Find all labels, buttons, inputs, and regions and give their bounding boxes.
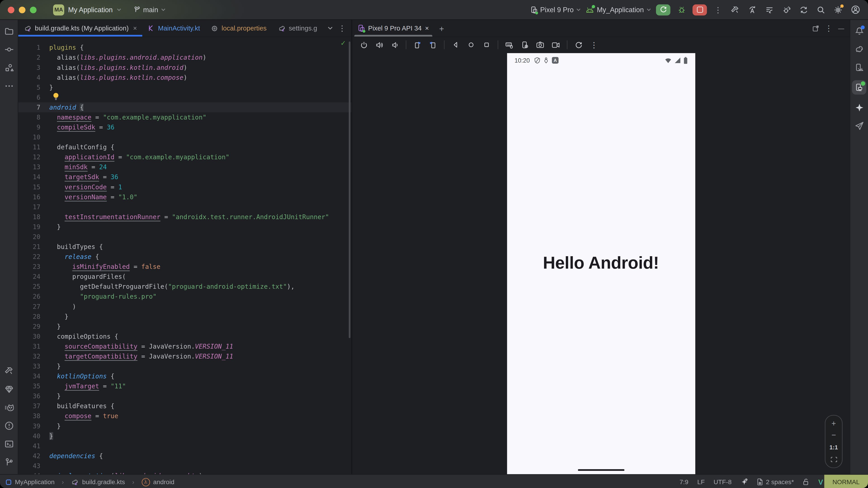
profiler-icon[interactable] <box>763 4 776 16</box>
editor-options-icon[interactable]: ⋮ <box>338 24 346 32</box>
breadcrumb-element[interactable]: android <box>153 479 174 485</box>
gemini-gem-icon[interactable] <box>3 383 14 394</box>
code-line[interactable]: 35 jvmTarget = "11" <box>18 381 351 391</box>
code-line[interactable]: 6 <box>18 92 351 102</box>
ai-spark-icon[interactable] <box>741 478 748 486</box>
gesture-navigation-bar[interactable] <box>578 469 624 471</box>
code-line[interactable]: 10 <box>18 132 351 142</box>
code-line[interactable]: 23 isMinifyEnabled = false <box>18 262 351 271</box>
project-selector[interactable]: MA My Application <box>53 4 121 15</box>
code-line[interactable]: 29 } <box>18 322 351 331</box>
reset-restart-icon[interactable] <box>571 38 586 52</box>
device-selector[interactable]: Pixel 9 Pro <box>530 6 581 13</box>
code-line[interactable]: 30 compileOptions { <box>18 331 351 341</box>
sync-project-icon[interactable] <box>798 4 810 16</box>
airplane-icon[interactable] <box>854 120 865 131</box>
close-device-tab-icon[interactable]: × <box>425 24 429 32</box>
running-devices-icon[interactable] <box>852 80 866 95</box>
tab-local-properties[interactable]: local.properties <box>206 20 272 36</box>
breadcrumb-project[interactable]: MyApplication <box>15 479 55 485</box>
code-line[interactable]: 24 proguardFiles( <box>18 271 351 282</box>
line-separator-widget[interactable]: LF <box>698 479 705 485</box>
code-line[interactable]: 20 <box>18 232 351 242</box>
commit-tool-icon[interactable] <box>3 43 14 55</box>
code-line[interactable]: 14 targetSdk = 36 <box>18 172 351 182</box>
code-line[interactable]: 38 compose = true <box>18 411 351 421</box>
fit-to-window-icon[interactable] <box>830 456 837 462</box>
code-line[interactable]: 4 alias(libs.plugins.kotlin.compose) <box>18 72 351 83</box>
vim-mode-badge[interactable]: NORMAL <box>824 475 868 488</box>
gradle-tool-icon[interactable] <box>854 43 865 55</box>
code-line[interactable]: 18 testInstrumentationRunner = "androidx… <box>18 212 351 222</box>
build-tool-icon[interactable] <box>3 365 14 376</box>
power-button-icon[interactable] <box>356 38 371 52</box>
account-avatar-icon[interactable] <box>849 4 862 16</box>
hide-panel-icon[interactable]: — <box>838 25 844 31</box>
android-back-icon[interactable] <box>448 38 463 52</box>
tab-mainactivity[interactable]: MainActivity.kt <box>143 20 206 36</box>
code-line[interactable]: 42dependencies { <box>18 451 351 461</box>
zoom-window-button[interactable] <box>30 6 36 13</box>
code-line[interactable]: 32 targetCompatibility = JavaVersion.VER… <box>18 351 351 361</box>
code-line[interactable]: 13 minSdk = 24 <box>18 162 351 172</box>
open-in-new-window-icon[interactable] <box>812 25 819 32</box>
encoding-widget[interactable]: UTF-8 <box>714 479 732 485</box>
rotate-left-icon[interactable] <box>410 38 425 52</box>
code-line[interactable]: 2 alias(libs.plugins.android.application… <box>18 53 351 63</box>
notifications-bell-icon[interactable] <box>854 26 865 37</box>
hardware-input-icon[interactable] <box>502 38 517 52</box>
screenshot-camera-icon[interactable] <box>533 38 548 52</box>
settings-gear-icon[interactable] <box>832 4 844 16</box>
tab-build-gradle[interactable]: build.gradle.kts (My Application) × <box>18 20 143 36</box>
problems-tool-icon[interactable] <box>3 420 14 431</box>
code-line[interactable]: 5} <box>18 83 351 92</box>
minimize-window-button[interactable] <box>19 6 25 13</box>
editor-scrollbar[interactable] <box>349 41 350 338</box>
panel-options-icon[interactable]: ⋮ <box>825 24 833 32</box>
debug-button[interactable] <box>675 4 688 16</box>
code-line[interactable]: 19 } <box>18 222 351 232</box>
caret-position-widget[interactable]: 7:9 <box>680 479 688 485</box>
show-hidden-tabs-icon[interactable] <box>328 27 333 30</box>
android-home-icon[interactable] <box>464 38 478 52</box>
code-line[interactable]: 27 ) <box>18 302 351 312</box>
code-line[interactable]: 17 <box>18 202 351 212</box>
terminal-tool-icon[interactable] <box>3 438 14 449</box>
code-line[interactable]: 15 versionCode = 1 <box>18 182 351 192</box>
rotate-right-icon[interactable] <box>426 38 440 52</box>
more-tool-windows-icon[interactable] <box>3 80 14 91</box>
close-tab-icon[interactable]: × <box>133 24 137 32</box>
code-line[interactable]: 28 } <box>18 312 351 322</box>
device-tab[interactable]: Pixel 9 Pro API 34 × <box>352 20 434 36</box>
device-more-icon[interactable]: ⋮ <box>587 38 601 52</box>
code-line[interactable]: 40} <box>18 431 351 441</box>
more-run-actions-button[interactable]: ⋮ <box>712 4 724 16</box>
code-editor[interactable]: 1plugins {2 alias(libs.plugins.android.a… <box>18 37 351 474</box>
code-line[interactable]: 25 getDefaultProguardFile("proguard-andr… <box>18 282 351 292</box>
code-line[interactable]: 7android { <box>18 102 351 112</box>
build-hammer-icon[interactable] <box>729 4 741 16</box>
vcs-branch-selector[interactable]: main <box>133 6 165 13</box>
code-line[interactable]: 44 implementation(libs.androidx.core.ktx… <box>18 471 351 474</box>
tab-settings-gradle[interactable]: settings.g <box>272 20 323 36</box>
volume-up-icon[interactable] <box>372 38 386 52</box>
project-tool-icon[interactable] <box>3 26 14 37</box>
logcat-cat-icon[interactable] <box>3 402 14 413</box>
vim-plugin-icon[interactable]: V <box>818 478 823 486</box>
write-access-lock-icon[interactable] <box>803 478 809 486</box>
device-manager-icon[interactable] <box>854 62 865 73</box>
breadcrumb-file[interactable]: build.gradle.kts <box>82 479 125 485</box>
code-line[interactable]: 12 applicationId = "com.example.myapplic… <box>18 152 351 162</box>
search-everywhere-icon[interactable] <box>815 4 827 16</box>
indent-widget[interactable]: 2 spaces* <box>756 478 794 486</box>
close-window-button[interactable] <box>8 6 14 13</box>
add-device-tab-button[interactable]: + <box>434 20 449 36</box>
code-line[interactable]: 9 compileSdk = 36 <box>18 122 351 132</box>
inspections-ok-icon[interactable]: ✓ <box>340 39 346 47</box>
code-line[interactable]: 21 buildTypes { <box>18 242 351 252</box>
code-line[interactable]: 1plugins { <box>18 43 351 53</box>
zoom-in-button[interactable]: + <box>831 420 836 426</box>
emulator-screen[interactable]: 10:20 A <box>507 53 695 474</box>
attach-debugger-icon[interactable] <box>780 4 793 16</box>
version-control-branch-icon[interactable] <box>3 456 14 467</box>
